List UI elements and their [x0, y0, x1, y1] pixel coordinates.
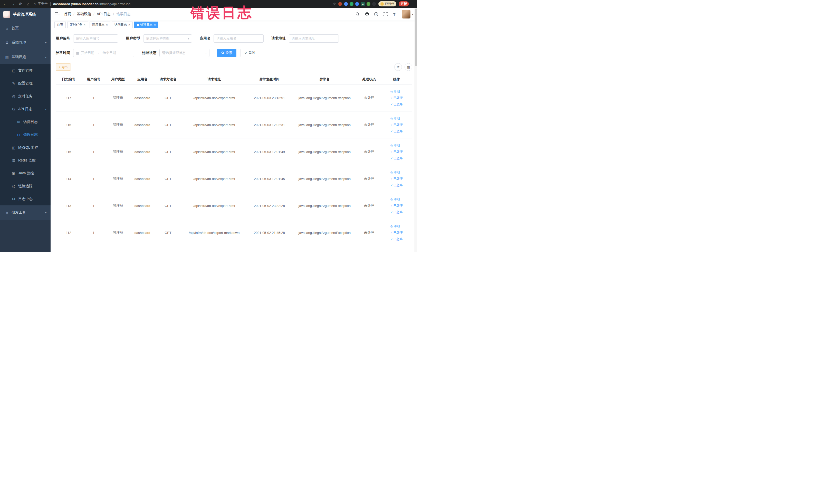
extension-icon-2[interactable] [344, 2, 348, 6]
sidebar-item-log-center[interactable]: ⊟日志中心 [0, 193, 50, 205]
processed-link[interactable]: ✓已处理 [390, 176, 403, 182]
table-row: 1141管理员dashboardGET/api/infra/db-doc/exp… [56, 165, 412, 192]
extension-icon-7[interactable] [372, 2, 376, 6]
breadcrumb-item[interactable]: API 日志 [97, 12, 110, 16]
detail-link[interactable]: ◎详细 [390, 223, 400, 229]
cell-exception: java.lang.IllegalArgumentException [292, 112, 357, 138]
reload-icon[interactable]: ⟳ [18, 2, 23, 6]
breadcrumb-item[interactable]: 首页 [64, 12, 71, 16]
refresh-button[interactable]: ⟳ [394, 63, 402, 71]
ignored-link[interactable]: ✓已忽略 [390, 155, 403, 161]
processed-link[interactable]: ✓已处理 [390, 230, 403, 236]
breadcrumb-item[interactable]: 基础设施 [77, 12, 91, 16]
extension-icon-1[interactable] [338, 2, 342, 6]
help-icon[interactable]: ? [374, 12, 379, 16]
fullscreen-icon[interactable] [383, 12, 388, 16]
trace-icon: ◎ [11, 184, 16, 188]
ignored-link[interactable]: ✓已忽略 [390, 101, 403, 107]
sidebar-item-redis-monitor[interactable]: ≣Redis 监控 [0, 154, 50, 167]
github-icon[interactable] [365, 12, 369, 16]
navbar-right: ? T↕ ▾ [355, 10, 413, 19]
cell-url: /api/infra/db-doc/export-markdown [182, 219, 247, 246]
tab-access-log[interactable]: 访问日志× [112, 22, 133, 28]
detail-link[interactable]: ◎详细 [390, 142, 400, 148]
detail-link[interactable]: ◎详细 [390, 116, 400, 121]
font-size-icon[interactable]: T↕ [392, 12, 397, 16]
user-type-select[interactable]: 请选择用户类型 ▾ [143, 35, 192, 43]
extension-icon-5[interactable]: on [361, 2, 365, 6]
export-button[interactable]: ↓ 导出 [56, 63, 71, 70]
sidebar-item-mysql-monitor[interactable]: ◫MySQL 监控 [0, 141, 50, 154]
address-bar[interactable]: dashboard.yudao.iocoder.cn/infra/log/api… [53, 2, 130, 6]
extension-icon-6[interactable] [367, 2, 370, 6]
column-header: 应用名 [130, 74, 155, 84]
ignored-link[interactable]: ✓已忽略 [390, 128, 403, 134]
tab-scheduled-tasks[interactable]: 定时任务× [67, 22, 88, 28]
sidebar-item-label: 首页 [12, 26, 19, 31]
cell-actions: ◎详细✓已处理✓已忽略 [381, 219, 412, 246]
security-indicator[interactable]: ⚠ 不安全 [33, 2, 48, 6]
ignored-link[interactable]: ✓已忽略 [390, 209, 403, 215]
tab-error-log[interactable]: 错误日志× [134, 22, 158, 28]
user-menu[interactable]: ▾ [402, 10, 413, 19]
tab-home[interactable]: 首页 [55, 22, 66, 28]
ignored-link[interactable]: ✓已忽略 [390, 236, 403, 242]
close-icon[interactable]: × [154, 23, 156, 27]
sidebar-item-system-management[interactable]: ⚙系统管理▾ [0, 36, 50, 50]
browser-home-icon[interactable]: ⌂ [26, 2, 31, 6]
sidebar-item-access-log[interactable]: ⊞访问日志 [0, 116, 50, 128]
browser-menu-icon[interactable]: ⋮ [411, 2, 415, 6]
sidebar-item-config-management[interactable]: ✎配置管理 [0, 77, 50, 90]
update-button[interactable]: 更新 [399, 1, 409, 6]
detail-link[interactable]: ◎详细 [390, 196, 400, 202]
detail-link[interactable]: ◎详细 [390, 169, 400, 175]
process-status-select[interactable]: 请选择处理状态 ▾ [159, 49, 209, 57]
detail-link[interactable]: ◎详细 [390, 88, 400, 94]
user-id-input[interactable]: 请输入用户编号 [73, 35, 118, 43]
tab-label: 访问日志 [115, 23, 127, 27]
cell-user_id: 1 [81, 112, 106, 138]
sidebar-item-error-log[interactable]: ⊡错误日志 [0, 128, 50, 141]
search-icon[interactable] [355, 12, 360, 16]
column-settings-button[interactable]: ▦ [405, 63, 412, 71]
sidebar-logo[interactable]: 芋道管理系统 [0, 8, 50, 21]
hamburger-icon[interactable] [55, 12, 60, 16]
processed-link[interactable]: ✓已处理 [390, 203, 403, 208]
sidebar-item-home[interactable]: ⌂首页 [0, 21, 50, 36]
back-arrow-icon[interactable]: ← [3, 2, 8, 6]
forward-arrow-icon[interactable]: → [10, 2, 15, 6]
processed-link[interactable]: ✓已处理 [390, 95, 403, 101]
cell-exception: java.lang.IllegalArgumentException [292, 84, 357, 112]
paused-badge[interactable]: 已暂停 [378, 1, 396, 6]
request-url-input[interactable]: 请输入请求地址 [289, 35, 339, 43]
close-icon[interactable]: × [84, 23, 85, 27]
search-button[interactable]: 搜索 [217, 49, 237, 57]
app-name-input[interactable]: 请输入应用名 [213, 35, 264, 43]
sidebar-item-infrastructure[interactable]: ▤基础设施▴ [0, 50, 50, 64]
check-icon: ✓ [390, 209, 393, 215]
ignored-link[interactable]: ✓已忽略 [390, 182, 403, 188]
filter-request-url: 请求地址 请输入请求地址 [271, 35, 339, 43]
cell-exception: java.lang.IllegalArgumentException [292, 165, 357, 192]
processed-link[interactable]: ✓已处理 [390, 149, 403, 155]
row-actions: ◎详细✓已处理✓已忽略 [390, 169, 403, 188]
download-icon: ↓ [59, 65, 60, 69]
sidebar-item-dev-tools[interactable]: ◈研发工具▾ [0, 205, 50, 220]
sidebar-item-api-logs[interactable]: ⧉API 日志▴ [0, 103, 50, 116]
sidebar-item-scheduled-tasks[interactable]: ◷定时任务 [0, 90, 50, 103]
bookmark-star-icon[interactable]: ☆ [333, 2, 336, 6]
date-range-picker[interactable]: ▦ 开始日期 - 结束日期 [73, 49, 134, 57]
sidebar-item-link-tracing[interactable]: ◎链路追踪 [0, 180, 50, 193]
extension-icon-3[interactable] [350, 2, 353, 6]
reset-button[interactable]: ⟳ 重置 [241, 49, 259, 57]
processed-link[interactable]: ✓已处理 [390, 122, 403, 127]
extension-icon-4[interactable] [355, 2, 359, 6]
sidebar-item-file-management[interactable]: ▢文件管理 [0, 64, 50, 77]
close-icon[interactable]: × [106, 23, 108, 27]
app-name-label: 应用名 [200, 36, 210, 41]
scrollbar-thumb[interactable] [415, 8, 417, 66]
close-icon[interactable]: × [128, 23, 130, 27]
tab-schedule-log[interactable]: 调度日志× [89, 22, 110, 28]
sidebar-item-java-monitor[interactable]: ▣Java 监控 [0, 167, 50, 180]
page-scrollbar[interactable] [414, 8, 418, 252]
